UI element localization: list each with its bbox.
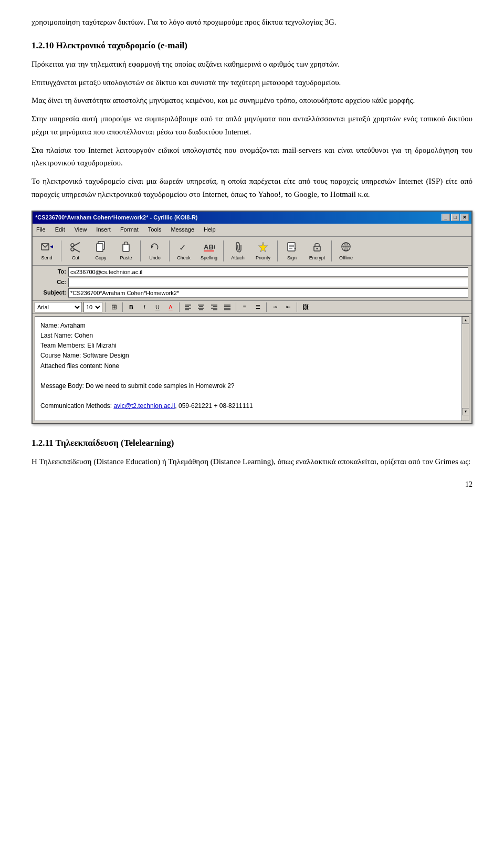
attach-icon <box>232 240 244 253</box>
indent-button[interactable]: ⇥ <box>269 302 281 312</box>
svg-point-2 <box>71 244 74 247</box>
fmt-sep1 <box>105 302 106 312</box>
encrypt-label: Encrypt <box>309 254 326 261</box>
minimize-button[interactable]: _ <box>442 214 450 221</box>
menu-bar: File Edit View Insert Format Tools Messa… <box>33 224 471 237</box>
offline-button[interactable]: Offline <box>334 238 358 264</box>
paragraph-5: Στα πλαίσια του Internet λειτουργούν ειδ… <box>32 144 472 170</box>
sign-label: Sign <box>287 254 297 261</box>
offline-icon <box>340 240 352 253</box>
align-right-button[interactable] <box>208 302 220 312</box>
menu-format[interactable]: Format <box>119 225 140 235</box>
sign-button[interactable]: Sign <box>280 238 304 264</box>
scroll-up-button[interactable]: ▲ <box>462 317 469 324</box>
maximize-button[interactable]: □ <box>451 214 459 221</box>
sep6 <box>331 240 332 261</box>
menu-message[interactable]: Message <box>169 225 196 235</box>
svg-marker-1 <box>50 245 53 248</box>
spelling-icon: ABC <box>203 240 215 253</box>
check-button[interactable]: ✓ Check <box>172 238 196 264</box>
section2-number: 1.2.11 <box>32 438 54 448</box>
priority-icon <box>257 240 269 253</box>
body-line-7: Message Body: Do we need to submit code … <box>40 381 457 391</box>
copy-button[interactable]: Copy <box>89 238 113 264</box>
section-number: 1.2.10 <box>32 40 54 50</box>
email-client-window: *CS236700*Avraham Cohen*Homework2* - Cyr… <box>32 211 472 424</box>
body-line-5: Attached files content: None <box>40 361 457 371</box>
align-left-button[interactable] <box>182 302 194 312</box>
paste-button[interactable]: Paste <box>114 238 138 264</box>
svg-text:ABC: ABC <box>204 243 215 251</box>
svg-line-4 <box>74 243 80 246</box>
scroll-down-button[interactable]: ▼ <box>462 408 469 415</box>
fmt-sep3 <box>179 302 180 312</box>
font-color-button[interactable]: A <box>165 302 176 312</box>
sep3 <box>169 240 170 261</box>
email-scrollbar[interactable]: ▲ ▼ <box>461 317 469 421</box>
encrypt-icon <box>311 240 323 253</box>
menu-insert[interactable]: Insert <box>94 225 112 235</box>
sep2 <box>140 240 141 261</box>
encrypt-button[interactable]: Encrypt <box>305 238 329 264</box>
section-heading-1211: 1.2.11 Τηλεεκπαίδευση (Telelearning) <box>32 436 472 450</box>
spelling-button[interactable]: ABC Spelling <box>197 238 221 264</box>
copy-label: Copy <box>95 254 106 261</box>
section-heading-1210: 1.2.10 Ηλεκτρονικό ταχυδρομείο (e-mail) <box>32 38 472 53</box>
underline-button[interactable]: U <box>152 302 163 312</box>
font-name-select[interactable]: Arial <box>35 302 82 312</box>
attach-button[interactable]: Attach <box>226 238 250 264</box>
priority-button[interactable]: Priority <box>251 238 275 264</box>
undo-icon <box>149 240 161 253</box>
bold-button[interactable]: B <box>125 302 137 312</box>
email-link: avic@t2.technion.ac.il <box>113 402 175 410</box>
scissors-icon <box>69 240 82 253</box>
body-spacer-1 <box>40 371 457 381</box>
priority-label: Priority <box>256 254 270 261</box>
to-row: To: <box>36 267 468 277</box>
offline-label: Offline <box>339 254 353 261</box>
cut-label: Cut <box>72 254 79 261</box>
svg-point-20 <box>317 248 318 249</box>
insert-image-button[interactable]: 🖼 <box>300 302 311 312</box>
font-size-select[interactable]: 10 <box>83 302 102 312</box>
paragraph-6: Το ηλεκτρονικό ταχυδρομείο είναι μια δωρ… <box>32 175 472 201</box>
italic-button[interactable]: I <box>139 302 150 312</box>
svg-line-5 <box>74 248 80 252</box>
list-bullet-button[interactable]: ☰ <box>252 302 264 312</box>
fmt-sep4 <box>236 302 236 312</box>
fmt-sep5 <box>266 302 267 312</box>
cut-button[interactable]: Cut <box>64 238 88 264</box>
menu-view[interactable]: View <box>73 225 89 235</box>
paragraph-4: Στην υπηρεσία αυτή μπορούμε να συμπεριλά… <box>32 112 472 139</box>
send-button[interactable]: Send <box>35 238 59 264</box>
toolbar: Send Cut <box>33 237 471 266</box>
body-line-2: Last Name: Cohen <box>40 331 457 341</box>
list-numbered-button[interactable]: ≡ <box>239 302 250 312</box>
attach-label: Attach <box>231 254 245 261</box>
cc-row: Cc: <box>36 278 468 287</box>
body-line-1: Name: Avraham <box>40 321 457 331</box>
menu-edit[interactable]: Edit <box>54 225 67 235</box>
subject-input[interactable] <box>68 288 468 298</box>
paragraph-3: Μας δίνει τη δυνατότητα αποστολής μηνύμα… <box>32 94 472 107</box>
outdent-button[interactable]: ⇤ <box>282 302 294 312</box>
to-label: To: <box>36 267 66 277</box>
subject-row: Subject: <box>36 288 468 298</box>
fmt-sep6 <box>297 302 297 312</box>
paste-icon <box>120 240 132 253</box>
align-center-button[interactable] <box>195 302 207 312</box>
send-icon <box>40 240 53 253</box>
svg-text:✓: ✓ <box>179 243 186 252</box>
close-button[interactable]: ✕ <box>460 214 469 221</box>
format-bar: Arial 10 ⊞ B I U A <box>33 301 471 314</box>
to-input[interactable] <box>68 267 468 277</box>
indent-decrease-button[interactable]: ⊞ <box>108 302 120 312</box>
check-icon: ✓ <box>177 240 190 253</box>
email-body[interactable]: Name: Avraham Last Name: Cohen Team Memb… <box>35 316 469 421</box>
cc-input[interactable] <box>68 278 468 287</box>
justify-button[interactable] <box>222 302 233 312</box>
undo-button[interactable]: Undo <box>143 238 167 264</box>
menu-help[interactable]: Help <box>202 225 217 235</box>
menu-file[interactable]: File <box>35 225 47 235</box>
menu-tools[interactable]: Tools <box>146 225 163 235</box>
